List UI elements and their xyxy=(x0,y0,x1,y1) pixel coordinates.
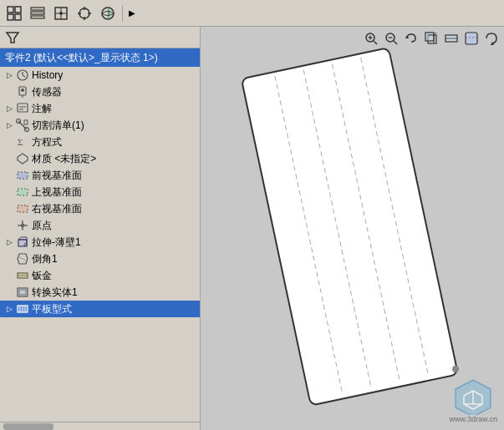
extrude-icon xyxy=(15,235,30,249)
cutlist-icon xyxy=(15,119,30,132)
expand-icon-equations: ▷ xyxy=(3,136,15,148)
top-toolbar: ▶ xyxy=(0,0,504,27)
tree-item-extrude[interactable]: ▷ 拉伸-薄壁1 xyxy=(0,234,200,250)
grid-icon[interactable] xyxy=(3,3,25,23)
flatpattern-icon xyxy=(15,302,30,316)
chamfer-icon xyxy=(15,252,30,266)
tree-item-annotation[interactable]: ▷ 注解 xyxy=(0,100,200,117)
svg-rect-22 xyxy=(18,104,28,112)
tiles-icon[interactable] xyxy=(50,3,72,23)
expand-icon-right-plane: ▷ xyxy=(3,203,15,215)
right-plane-label: 右视基准面 xyxy=(32,202,82,216)
svg-rect-2 xyxy=(8,14,13,20)
sensor-icon xyxy=(15,85,30,99)
viewport: www.3draw.cn xyxy=(201,27,504,430)
toolbar-separator xyxy=(122,5,123,22)
expand-icon-sensor: ▷ xyxy=(3,86,15,98)
annotation-icon xyxy=(15,102,30,115)
convert-icon xyxy=(15,286,30,299)
convert-label: 转换实体1 xyxy=(32,286,78,300)
svg-point-10 xyxy=(59,12,63,15)
sensor-label: 传感器 xyxy=(32,85,62,99)
tree-item-history[interactable]: ▷ History xyxy=(0,67,200,83)
tree-item-origin[interactable]: ▷ 原点 xyxy=(0,217,200,234)
origin-label: 原点 xyxy=(32,219,52,233)
filter-icon[interactable] xyxy=(3,29,22,46)
list-icon[interactable] xyxy=(27,3,48,23)
expand-icon-sheetmetal: ▷ xyxy=(3,270,15,281)
watermark-text: www.3draw.cn xyxy=(449,415,497,423)
left-panel: 零件2 (默认<<默认>_显示状态 1>) ▷ History xyxy=(0,27,201,430)
component-header-label: 零件2 (默认<<默认>_显示状态 1>) xyxy=(5,51,158,65)
tree-item-sheetmetal[interactable]: ▷ 钣金 xyxy=(0,267,200,284)
svg-rect-28 xyxy=(24,120,28,124)
svg-rect-4 xyxy=(31,8,44,10)
svg-rect-3 xyxy=(15,14,21,20)
right-plane-icon xyxy=(15,202,30,215)
svg-rect-31 xyxy=(18,172,28,179)
tree-item-equations[interactable]: ▷ Σ 方程式 xyxy=(0,134,200,150)
sheetmetal-label: 钣金 xyxy=(32,269,52,283)
expand-icon-material: ▷ xyxy=(3,153,15,164)
watermark-logo-icon xyxy=(452,378,494,415)
expand-icon-origin: ▷ xyxy=(3,220,15,231)
svg-line-41 xyxy=(18,256,28,261)
tree-item-flatpattern[interactable]: ▷ 平板型式 xyxy=(0,301,200,317)
svg-point-73 xyxy=(452,366,459,372)
left-horizontal-scrollbar[interactable] xyxy=(0,422,200,430)
watermark: www.3draw.cn xyxy=(449,378,497,423)
svg-rect-45 xyxy=(19,290,26,295)
svg-rect-1 xyxy=(15,7,21,13)
expand-icon-flatpattern[interactable]: ▷ xyxy=(3,303,15,315)
expand-icon-convert: ▷ xyxy=(3,286,15,298)
toolbar-expand-arrow[interactable]: ▶ xyxy=(126,3,138,23)
tree-item-cutlist[interactable]: ▷ 切割清单(1) xyxy=(0,117,200,134)
equations-label: 方程式 xyxy=(32,135,62,149)
expand-icon-chamfer: ▷ xyxy=(3,253,15,265)
cutlist-label: 切割清单(1) xyxy=(32,119,84,133)
expand-icon-history[interactable]: ▷ xyxy=(3,69,15,81)
svg-text:Σ: Σ xyxy=(18,137,23,147)
tree-item-front-plane[interactable]: ▷ 前视基准面 xyxy=(0,167,200,184)
sheetmetal-icon xyxy=(15,269,30,282)
left-toolbar xyxy=(0,27,200,48)
tree-item-sensor[interactable]: ▷ 传感器 xyxy=(0,83,200,100)
expand-icon-top-plane: ▷ xyxy=(3,186,15,198)
history-icon xyxy=(15,68,30,82)
front-plane-label: 前视基准面 xyxy=(32,169,82,183)
origin-icon xyxy=(15,219,30,232)
expand-icon-front-plane: ▷ xyxy=(3,169,15,181)
svg-rect-68 xyxy=(242,48,458,406)
tree-view: ▷ History ▷ xyxy=(0,67,200,422)
svg-marker-30 xyxy=(18,154,28,164)
tree-item-convert[interactable]: ▷ 转换实体1 xyxy=(0,284,200,301)
front-plane-icon xyxy=(15,169,30,182)
material-icon xyxy=(15,152,30,165)
tree-item-top-plane[interactable]: ▷ 上视基准面 xyxy=(0,184,200,200)
tree-item-material[interactable]: ▷ 材质 <未指定> xyxy=(0,150,200,167)
tree-item-chamfer[interactable]: ▷ 倒角1 xyxy=(0,250,200,267)
svg-rect-32 xyxy=(18,189,28,195)
3d-model-svg xyxy=(226,39,504,423)
expand-icon-cutlist[interactable]: ▷ xyxy=(3,119,15,131)
component-header[interactable]: 零件2 (默认<<默认>_显示状态 1>) xyxy=(0,48,200,67)
display-icon[interactable] xyxy=(97,3,119,23)
svg-rect-5 xyxy=(31,12,44,14)
material-label: 材质 <未指定> xyxy=(32,152,96,166)
flatpattern-label: 平板型式 xyxy=(32,302,72,316)
svg-point-21 xyxy=(21,89,24,92)
crosshair-icon[interactable] xyxy=(74,3,95,23)
top-plane-icon xyxy=(15,185,30,199)
tree-item-right-plane[interactable]: ▷ 右视基准面 xyxy=(0,200,200,217)
viewport-content xyxy=(201,27,504,430)
svg-rect-6 xyxy=(31,16,44,18)
svg-rect-0 xyxy=(8,7,13,13)
expand-icon-annotation[interactable]: ▷ xyxy=(3,103,15,114)
expand-icon-extrude[interactable]: ▷ xyxy=(3,236,15,248)
annotation-label: 注解 xyxy=(32,102,52,116)
chamfer-label: 倒角1 xyxy=(32,252,58,266)
top-plane-label: 上视基准面 xyxy=(32,185,82,200)
extrude-label: 拉伸-薄壁1 xyxy=(32,235,81,250)
svg-marker-17 xyxy=(7,33,18,43)
equations-icon: Σ xyxy=(15,135,30,149)
